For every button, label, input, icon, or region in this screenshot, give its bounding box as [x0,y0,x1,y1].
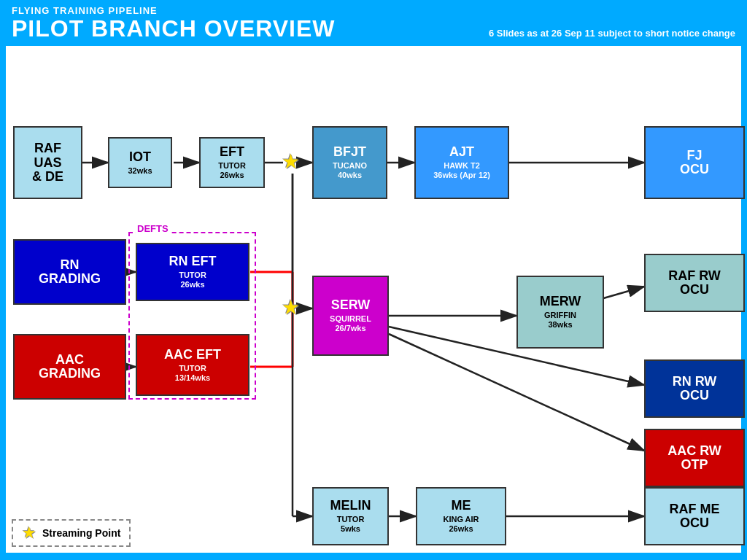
rn-grading-box: RNGRADING [13,239,126,305]
eft-box: EFT TUTOR26wks [199,137,265,188]
serw-title: SERW [331,298,371,313]
subtitle: FLYING TRAINING PIPELINE [12,6,336,16]
legend: ★ Streaming Point [12,519,131,547]
raf-uas-title: RAFUAS& DE [32,141,63,184]
eft-sub: TUTOR26wks [218,161,246,180]
star1-icon: ★ [282,150,300,173]
svg-line-19 [389,334,644,451]
iot-sub: 32wks [128,166,152,176]
ajt-sub: HAWK T236wks (Apr 12) [433,161,490,180]
fj-ocu-title: FJOCU [680,149,709,178]
raf-me-ocu-title: RAF MEOCU [670,502,720,532]
bfjt-sub: TUCANO40wks [333,161,367,180]
ajt-title: AJT [449,145,474,160]
melin-title: MELIN [330,499,371,513]
merw-sub: GRIFFIN38wks [544,311,576,330]
merw-box: MERW GRIFFIN38wks [516,276,604,349]
raf-me-ocu-box: RAF MEOCU [644,487,745,545]
header-left: FLYING TRAINING PIPELINE PILOT BRANCH OV… [12,6,336,42]
rn-rw-ocu-box: RN RWOCU [644,359,745,418]
serw-box: SERW SQUIRREL26/7wks [312,276,389,356]
me-box: ME KING AIR26wks [416,487,506,545]
aac-rw-otp-title: AAC RWOTP [667,444,721,473]
rn-eft-sub: TUTOR26wks [179,271,206,289]
melin-sub: TUTOR5wks [337,515,365,534]
raf-uas-box: RAFUAS& DE [13,126,82,199]
raf-rw-ocu-title: RAF RWOCU [668,269,721,298]
aac-rw-otp-box: AAC RWOTP [644,429,745,487]
ajt-box: AJT HAWK T236wks (Apr 12) [414,126,509,199]
bfjt-title: BFJT [333,145,366,160]
merw-title: MERW [540,295,581,309]
serw-sub: SQUIRREL26/7wks [330,314,371,333]
aac-eft-box: AAC EFT TUTOR13/14wks [136,334,249,396]
eft-title: EFT [220,145,244,160]
legend-star-icon: ★ [22,525,36,541]
aac-eft-title: AAC EFT [164,348,221,362]
rn-eft-title: RN EFT [169,254,217,269]
me-sub: KING AIR26wks [443,515,479,534]
iot-title: IOT [129,150,151,165]
rn-grading-title: RNGRADING [39,258,101,287]
legend-label: Streaming Point [42,527,120,539]
iot-box: IOT 32wks [108,137,172,188]
header-note: 6 Slides as at 26 Sep 11 subject to shor… [489,28,735,42]
me-title: ME [452,499,471,513]
aac-grading-title: AACGRADING [39,353,101,382]
defts-label: DEFTS [136,223,170,234]
star1-streaming-point: ★ [282,152,300,172]
star2-streaming-point: ★ [282,298,300,318]
aac-grading-box: AACGRADING [13,334,126,400]
fj-ocu-box: FJOCU [644,126,745,199]
star2-icon: ★ [282,296,300,319]
melin-box: MELIN TUTOR5wks [312,487,389,545]
main-content: RAFUAS& DE IOT 32wks EFT TUTOR26wks ★ BF… [6,46,741,553]
rn-rw-ocu-title: RN RWOCU [673,375,717,404]
raf-rw-ocu-box: RAF RWOCU [644,254,745,312]
bfjt-box: BFJT TUCANO40wks [312,126,387,199]
aac-eft-sub: TUTOR13/14wks [175,364,210,383]
page-title: PILOT BRANCH OVERVIEW [12,16,336,42]
rn-eft-box: RN EFT TUTOR26wks [136,243,249,301]
header: FLYING TRAINING PIPELINE PILOT BRANCH OV… [0,0,747,46]
